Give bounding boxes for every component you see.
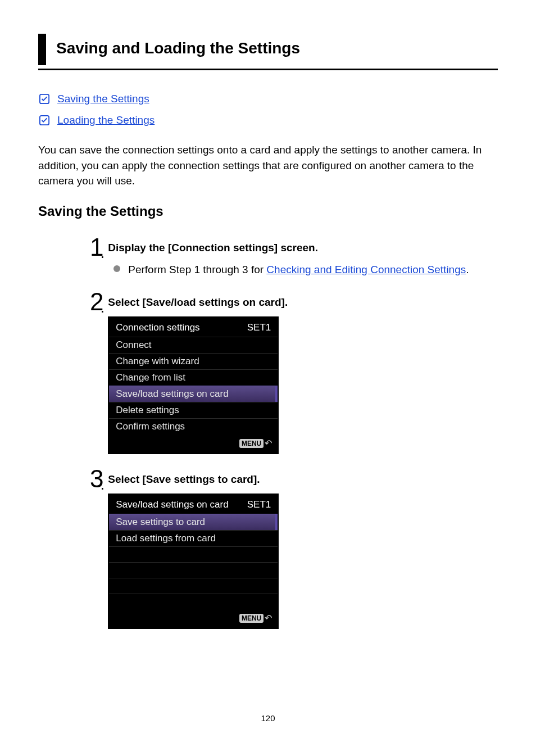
title-underline	[38, 69, 498, 70]
screen-header: Save/load settings on card SET1	[109, 495, 278, 514]
link-icon	[39, 94, 49, 104]
page-title: Saving and Loading the Settings	[56, 34, 300, 65]
link-icon	[39, 115, 49, 125]
screen-footer: MENU ↶	[109, 434, 278, 453]
screen-header-right: SET1	[247, 322, 271, 333]
steps-container: 1. Display the [Connection settings] scr…	[90, 238, 498, 630]
step-2: 2. Select [Save/load settings on card]. …	[90, 293, 498, 454]
step-3: 3. Select [Save settings to card]. Save/…	[90, 470, 498, 629]
title-accent-bar	[38, 34, 46, 65]
menu-label: MENU	[239, 614, 264, 623]
menu-item-confirm-settings[interactable]: Confirm settings	[109, 418, 278, 434]
screen-header-right: SET1	[247, 499, 271, 510]
camera-screen-connection-settings: Connection settings SET1 Connect Change …	[108, 316, 279, 454]
menu-item-empty	[109, 578, 278, 594]
step-bullet: Perform Step 1 through 3 for Checking an…	[113, 262, 498, 278]
toc-item-saving[interactable]: Saving the Settings	[38, 93, 498, 105]
menu-item-change-list[interactable]: Change from list	[109, 369, 278, 386]
step-title: Select [Save/load settings on card].	[108, 296, 498, 309]
menu-item-empty	[109, 594, 278, 609]
menu-item-empty	[109, 546, 278, 562]
step-number: 2.	[90, 293, 108, 318]
menu-item-delete-settings[interactable]: Delete settings	[109, 402, 278, 418]
section-heading-saving: Saving the Settings	[38, 203, 498, 219]
toc-link-saving[interactable]: Saving the Settings	[57, 93, 149, 105]
step-number: 3.	[90, 470, 108, 495]
step-title: Select [Save settings to card].	[108, 473, 498, 486]
camera-screen-save-load: Save/load settings on card SET1 Save set…	[108, 494, 279, 629]
screen-footer: MENU ↶	[109, 609, 278, 628]
menu-item-connect[interactable]: Connect	[109, 337, 278, 353]
step-1: 1. Display the [Connection settings] scr…	[90, 238, 498, 278]
menu-back-button[interactable]: MENU ↶	[239, 438, 272, 449]
page-number: 120	[38, 713, 498, 723]
step-number: 1.	[90, 238, 108, 263]
toc-link-loading[interactable]: Loading the Settings	[57, 114, 155, 126]
step-body: Select [Save settings to card]. Save/loa…	[108, 470, 498, 629]
back-arrow-icon: ↶	[265, 438, 272, 449]
menu-back-button[interactable]: MENU ↶	[239, 613, 272, 623]
menu-label: MENU	[239, 439, 264, 448]
back-arrow-icon: ↶	[265, 613, 272, 623]
screen-menu-list: Save settings to card Load settings from…	[109, 514, 278, 609]
menu-item-empty	[109, 562, 278, 578]
screen-menu-list: Connect Change with wizard Change from l…	[109, 337, 278, 434]
bullet-text: Perform Step 1 through 3 for Checking an…	[128, 262, 469, 278]
screen-header: Connection settings SET1	[109, 318, 278, 337]
bullet-icon	[113, 265, 120, 272]
screen-header-left: Connection settings	[116, 322, 199, 333]
link-checking-editing[interactable]: Checking and Editing Connection Settings	[266, 264, 466, 275]
step-body: Display the [Connection settings] screen…	[108, 238, 498, 278]
toc-item-loading[interactable]: Loading the Settings	[38, 114, 498, 126]
menu-item-save-load-card[interactable]: Save/load settings on card	[109, 386, 278, 402]
menu-item-load-from-card[interactable]: Load settings from card	[109, 530, 278, 546]
step-title: Display the [Connection settings] screen…	[108, 242, 498, 254]
menu-item-change-wizard[interactable]: Change with wizard	[109, 353, 278, 369]
page-content: Saving and Loading the Settings Saving t…	[0, 0, 536, 745]
menu-item-save-to-card[interactable]: Save settings to card	[109, 514, 278, 530]
intro-paragraph: You can save the connection settings ont…	[38, 142, 498, 189]
step-body: Select [Save/load settings on card]. Con…	[108, 293, 498, 454]
screen-header-left: Save/load settings on card	[116, 499, 228, 510]
title-row: Saving and Loading the Settings	[38, 34, 498, 65]
